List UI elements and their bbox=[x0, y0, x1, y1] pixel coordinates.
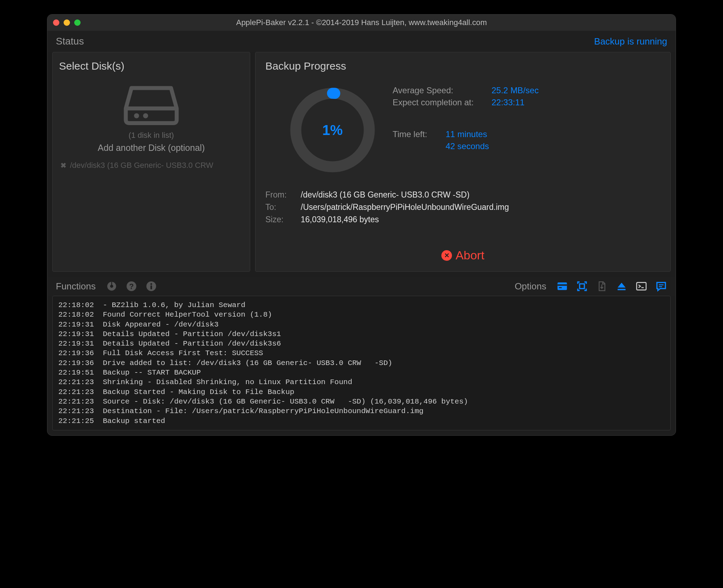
svg-point-11 bbox=[150, 283, 152, 285]
size-label: Size: bbox=[265, 215, 301, 224]
to-value: /Users/patrick/RaspberryPiPiHoleUnboundW… bbox=[301, 202, 509, 212]
avg-speed-label: Average Speed: bbox=[393, 86, 484, 95]
time-left-seconds: 42 seconds bbox=[446, 141, 489, 151]
svg-rect-16 bbox=[580, 284, 584, 288]
option-eject-icon[interactable] bbox=[616, 280, 628, 292]
titlebar: ApplePi-Baker v2.2.1 - ©2014-2019 Hans L… bbox=[47, 14, 676, 31]
size-value: 16,039,018,496 bytes bbox=[301, 215, 379, 224]
progress-ring: 1% bbox=[287, 84, 378, 176]
svg-text:?: ? bbox=[129, 282, 134, 291]
functions-label: Functions bbox=[56, 281, 96, 292]
svg-point-1 bbox=[134, 113, 139, 118]
svg-rect-12 bbox=[150, 286, 152, 289]
svg-rect-7 bbox=[111, 282, 112, 286]
log-output[interactable]: 22:18:02 - BZ2lib 1.0.6, by Julian Sewar… bbox=[52, 296, 671, 430]
abort-label: Abort bbox=[455, 248, 484, 262]
select-disk-panel: Select Disk(s) (1 disk in list) Add anot… bbox=[52, 52, 250, 272]
eta-value: 22:33:11 bbox=[492, 98, 524, 107]
to-label: To: bbox=[265, 202, 301, 212]
backup-progress-title: Backup Progress bbox=[265, 60, 660, 72]
remove-disk-icon[interactable]: ✖ bbox=[60, 161, 66, 170]
svg-rect-14 bbox=[558, 284, 567, 286]
abort-icon bbox=[441, 250, 452, 261]
help-icon[interactable]: ? bbox=[125, 280, 137, 292]
disk-list-entry[interactable]: ✖ /dev/disk3 (16 GB Generic- USB3.0 CRW bbox=[59, 161, 243, 170]
from-value: /dev/disk3 (16 GB Generic- USB3.0 CRW -S… bbox=[301, 190, 470, 200]
progress-stats: Average Speed: 25.2 MB/sec Expect comple… bbox=[393, 81, 660, 153]
option-terminal-icon[interactable] bbox=[635, 280, 647, 292]
option-card-icon[interactable] bbox=[556, 280, 568, 292]
select-disk-title: Select Disk(s) bbox=[59, 60, 243, 72]
option-chat-icon[interactable] bbox=[655, 280, 667, 292]
avg-speed-value: 25.2 MB/sec bbox=[492, 86, 539, 95]
app-window: ApplePi-Baker v2.2.1 - ©2014-2019 Hans L… bbox=[47, 14, 676, 436]
from-label: From: bbox=[265, 190, 301, 200]
disk-entry-label: /dev/disk3 (16 GB Generic- USB3.0 CRW bbox=[70, 161, 213, 170]
time-left-label: Time left: bbox=[393, 129, 439, 139]
svg-point-2 bbox=[143, 113, 148, 118]
time-left-minutes: 11 minutes bbox=[446, 129, 487, 139]
backup-meta: From: /dev/disk3 (16 GB Generic- USB3.0 … bbox=[265, 190, 660, 227]
svg-rect-17 bbox=[618, 289, 626, 290]
option-frame-icon[interactable] bbox=[576, 280, 588, 292]
toolbar: Functions ? Options bbox=[47, 277, 676, 296]
eta-label: Expect completion at: bbox=[393, 98, 484, 107]
option-file-icon[interactable] bbox=[596, 280, 608, 292]
svg-rect-18 bbox=[637, 282, 646, 290]
disk-function-icon[interactable] bbox=[106, 280, 118, 292]
svg-rect-15 bbox=[559, 287, 562, 288]
window-title: ApplePi-Baker v2.2.1 - ©2014-2019 Hans L… bbox=[47, 18, 676, 27]
status-bar: Status Backup is running bbox=[47, 31, 676, 52]
options-label: Options bbox=[515, 281, 546, 292]
abort-button[interactable]: Abort bbox=[441, 248, 484, 262]
status-value: Backup is running bbox=[594, 36, 667, 47]
status-label: Status bbox=[56, 36, 84, 47]
disk-count-text: (1 disk in list) bbox=[59, 131, 243, 140]
add-disk-text: Add another Disk (optional) bbox=[59, 143, 243, 153]
svg-rect-13 bbox=[558, 282, 567, 290]
disk-drive-icon bbox=[123, 81, 180, 128]
progress-percent: 1% bbox=[287, 84, 378, 176]
info-icon[interactable] bbox=[145, 280, 157, 292]
backup-progress-panel: Backup Progress 1% Average Speed: 25.2 M… bbox=[255, 52, 671, 272]
